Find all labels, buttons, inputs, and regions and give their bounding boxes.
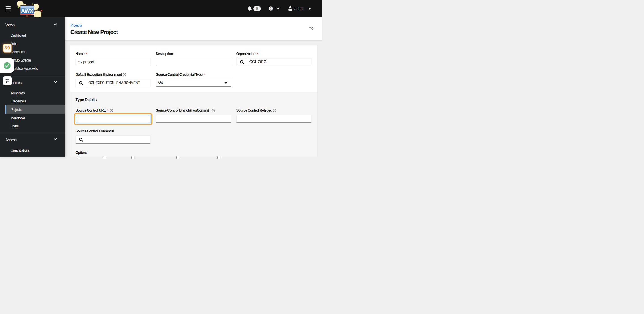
svg-text:AWX: AWX — [21, 8, 33, 14]
